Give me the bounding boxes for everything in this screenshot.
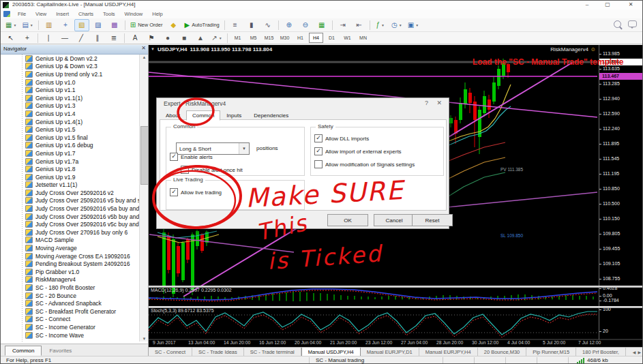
chat-icon[interactable]: [628, 20, 637, 27]
nav-item-sc-180-profit-booster[interactable]: SC - 180 Profit Booster: [1, 284, 139, 292]
rectangle-button[interactable]: ■: [177, 32, 192, 44]
nav-item-genius-up-v1-0[interactable]: Genius Up v1.0: [1, 78, 139, 87]
terminal-toggle-button[interactable]: ▨: [91, 19, 106, 31]
chart-tab-sc-trade-terminal[interactable]: SC - Trade terminal: [244, 348, 301, 356]
nav-item-genius-up-v1-6-debug[interactable]: Genius Up v1.6 debug: [1, 142, 139, 150]
timeframe-m5[interactable]: M5: [246, 33, 260, 43]
checkbox-checked-icon[interactable]: ✓: [170, 153, 178, 161]
nav-item-genius-up-v1-3[interactable]: Genius Up v1.3: [1, 102, 139, 110]
hline-button[interactable]: —: [57, 32, 72, 44]
navigator-close-icon[interactable]: ✕: [141, 45, 146, 51]
strategy-tester-button[interactable]: ▩: [107, 19, 122, 31]
text-button[interactable]: A: [128, 32, 143, 44]
timeframe-m15[interactable]: M15: [262, 33, 276, 43]
nav-item-pending-breakout-system-24092016[interactable]: Pending Breakout System 24092016: [1, 260, 139, 268]
nav-item-genius-up-down-v2-3[interactable]: Genius Up & Down v2.3: [1, 63, 139, 71]
cancel-button[interactable]: Cancel: [374, 214, 415, 226]
navigator-scrollbar[interactable]: ▲ ▼: [139, 55, 148, 342]
checkbox-checked-icon[interactable]: ✓: [170, 188, 178, 196]
vline-button[interactable]: |: [41, 32, 56, 44]
chart-tab-manual-eurjpy-d1[interactable]: Manual EURJPY,D1: [361, 348, 419, 356]
nav-item-genius-up-v1-8[interactable]: Genius Up v1.8: [1, 165, 139, 173]
nav-item-genius-up-down-v2-2[interactable]: Genius Up & Down v2.2: [1, 55, 139, 63]
nav-item-judy-cross-over-25092016-v5-buy-and-sell[interactable]: Judy Cross Over 25092016 v5 buy and sell: [1, 197, 139, 205]
new-order-button[interactable]: ⊞New Order: [128, 19, 165, 31]
timeframe-w1[interactable]: W1: [340, 33, 355, 43]
nav-item-judy-cross-over-25092016-v2[interactable]: Judy Cross Over 25092016 v2: [1, 189, 139, 197]
tab-scroll-left-icon[interactable]: ◀: [633, 350, 636, 354]
triangle-button[interactable]: ▲: [193, 32, 208, 44]
fibonacci-button[interactable]: ≣: [106, 32, 121, 44]
nav-item-macd-sample[interactable]: MACD Sample: [1, 237, 139, 245]
nav-item-jetsetter-v1-1-1[interactable]: Jetsetter v1.1(1): [1, 181, 139, 189]
nav-item-judy-cross-over-25092016-v5a-buy-and-se[interactable]: Judy Cross Over 25092016 v5a buy and se: [1, 204, 139, 213]
maximize-button[interactable]: ▢: [601, 1, 614, 9]
menu-help[interactable]: Help: [147, 10, 167, 18]
nav-item-sc-connect[interactable]: SC - Connect: [1, 316, 139, 324]
nav-item-genius-up-v1-1-1[interactable]: Genius Up v1.1(1): [1, 94, 139, 102]
checkbox-unchecked-icon[interactable]: [314, 160, 323, 168]
nav-item-sc-income-generator[interactable]: SC - Income Generator: [1, 323, 139, 331]
title-bar[interactable]: 2003653: CapitalIndex-Live - [Manual USD…: [1, 1, 643, 10]
timeframe-m30[interactable]: M30: [278, 33, 292, 43]
menu-charts[interactable]: Charts: [74, 10, 98, 18]
close-button[interactable]: ✕: [625, 1, 637, 9]
timeframe-h4[interactable]: H4: [309, 33, 323, 43]
timeframe-h1[interactable]: H1: [293, 33, 308, 43]
chart-tab-pip-runner-m15[interactable]: Pip Runner,M15: [526, 348, 576, 356]
checkbox-checked-icon[interactable]: ✓: [314, 147, 323, 155]
menu-view[interactable]: View: [31, 10, 51, 18]
profiles-button[interactable]: ▤▼: [20, 19, 35, 31]
nav-item-genius-up-v1-5[interactable]: Genius Up v1.5: [1, 125, 139, 134]
nav-item-genius-up-v1-4[interactable]: Genius Up v1.4: [1, 110, 139, 118]
chart-tab-sc-trade-ideas[interactable]: SC - Trade Ideas: [192, 348, 244, 356]
reset-button[interactable]: Reset: [412, 214, 453, 226]
chart-tab-20-bounce-m30[interactable]: 20 Bounce,M30: [478, 348, 527, 356]
chart-tab-manual-usdjpy-h4[interactable]: Manual USDJPY,H4: [301, 347, 361, 356]
menu-tools[interactable]: Tools: [98, 10, 120, 18]
cursor-button[interactable]: ↖: [3, 32, 18, 44]
autotrading-button[interactable]: ▶AutoTrading: [182, 19, 221, 31]
timeframe-d1[interactable]: D1: [325, 33, 339, 43]
nav-item-pip-grabber-v1-0[interactable]: Pip Grabber v1.0: [1, 268, 139, 276]
nav-item-sc-advanced-snapback[interactable]: SC - Advanced Snapback: [1, 299, 139, 307]
navigator-header[interactable]: Navigator ✕: [1, 45, 148, 55]
search-icon[interactable]: [614, 20, 621, 28]
timeframe-mn[interactable]: MN: [356, 33, 370, 43]
indicators-button[interactable]: ƒ▼: [373, 19, 388, 31]
nav-item-genius-up-v1-7a[interactable]: Genius Up v1.7a: [1, 157, 139, 166]
menu-window[interactable]: Window: [120, 10, 148, 18]
chart-tab-sc-connect[interactable]: SC - Connect: [149, 348, 192, 356]
chevron-down-icon[interactable]: ▼: [239, 143, 249, 154]
checkbox-allow-import-of-external-experts[interactable]: ✓Allow import of external experts: [314, 147, 402, 155]
new-chart-button[interactable]: ▦▼: [3, 19, 18, 31]
tab-scroll-right-icon[interactable]: ▶: [638, 350, 641, 354]
checkbox-allow-live-trading[interactable]: ✓Allow live trading: [170, 188, 222, 196]
nav-item-judy-cross-over-25092016-v5b-buy-and-se[interactable]: Judy Cross Over 25092016 v5b buy and se: [1, 213, 139, 221]
channel-button[interactable]: ∥: [90, 32, 105, 44]
menu-file[interactable]: File: [13, 10, 31, 18]
dialog-help-button[interactable]: ?: [425, 100, 428, 106]
scroll-down-icon[interactable]: ▼: [140, 337, 149, 341]
chart-shift-button[interactable]: ⇤: [352, 19, 367, 31]
nav-item-sc-income-wave[interactable]: SC - Income Wave: [1, 331, 139, 339]
zoom-in-button[interactable]: ⊕: [282, 19, 297, 31]
dialog-tab-common[interactable]: Common: [186, 110, 220, 121]
tile-windows-button[interactable]: ▦: [314, 19, 329, 31]
periods-button[interactable]: ◷▼: [389, 19, 404, 31]
arrows-button[interactable]: ↗▼: [209, 32, 224, 44]
data-window-button[interactable]: +: [58, 19, 73, 31]
crosshair-button[interactable]: +: [20, 32, 35, 44]
dialog-close-button[interactable]: ✕: [436, 100, 442, 106]
nav-item-genius-up-trend-only-v2-1[interactable]: Genius Up trend only v2.1: [1, 70, 139, 78]
scroll-up-icon[interactable]: ▲: [140, 55, 149, 59]
nav-item-genius-up-v1-1[interactable]: Genius Up v1.1: [1, 86, 139, 94]
dialog-title[interactable]: Expert - RiskManagerv4: [164, 100, 226, 107]
templates-button[interactable]: ▣▼: [406, 19, 421, 31]
minimize-button[interactable]: –: [581, 1, 593, 9]
navigator-toggle-button[interactable]: ▧: [74, 19, 89, 31]
chart-tab-180-prf-booster[interactable]: 180 Prf Booster,: [576, 348, 626, 356]
label-button[interactable]: ⚑: [144, 32, 159, 44]
nav-tab-favorites[interactable]: Favorites: [42, 346, 79, 356]
nav-item-genius-up-v1-7[interactable]: Genius Up v1.7: [1, 149, 139, 157]
